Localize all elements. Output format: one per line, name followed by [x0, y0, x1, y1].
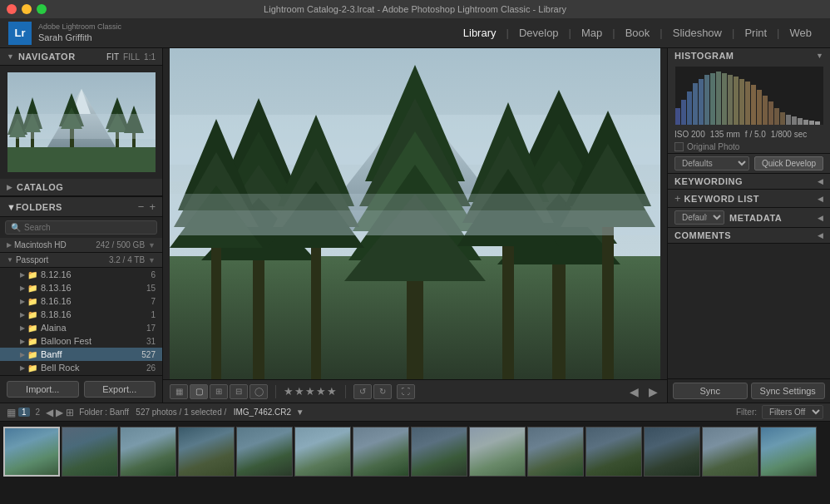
folders-plus-btn[interactable]: + — [149, 200, 156, 213]
histogram-canvas — [675, 67, 823, 125]
prev-page-btn[interactable]: ◀ — [46, 407, 53, 418]
drive-macintosh[interactable]: ▶ Macintosh HD 242 / 500 GB ▼ — [0, 238, 162, 253]
view-icons[interactable]: ⊞ — [66, 407, 74, 418]
folder-item[interactable]: ▶ 📁 8.13.16 15 — [0, 281, 162, 294]
keywording-panel[interactable]: Keywording ◀ — [668, 174, 830, 190]
folder-item[interactable]: ▶ 📁 8.18.16 1 — [0, 308, 162, 321]
nav-library[interactable]: Library — [453, 23, 506, 42]
folders-header[interactable]: ▼ Folders − + — [0, 196, 162, 217]
folder-icon: 📁 — [27, 337, 37, 346]
drive-macintosh-name: Macintosh HD — [14, 240, 96, 250]
rotate-right-btn[interactable]: ↻ — [373, 384, 392, 399]
nav-slideshow[interactable]: Slideshow — [663, 23, 732, 42]
filmstrip-thumb[interactable] — [702, 427, 758, 477]
folders-title: Folders — [16, 202, 138, 212]
filmstrip-thumb[interactable] — [178, 427, 235, 477]
filmstrip-thumb[interactable] — [3, 427, 60, 477]
folder-item[interactable]: ▶ 📁 8.12.16 6 — [0, 268, 162, 281]
histogram-header[interactable]: Histogram ▼ — [668, 48, 830, 63]
filmstrip-thumb[interactable] — [411, 427, 467, 477]
filmstrip-thumb[interactable] — [469, 427, 526, 477]
status-bar: ▦ 1 2 ◀ ▶ ⊞ Folder : Banff 527 photos / … — [0, 403, 830, 421]
sync-button[interactable]: Sync — [673, 383, 748, 399]
loupe-view-btn[interactable]: ▢ — [190, 384, 208, 399]
filmstrip-thumb[interactable] — [644, 427, 700, 477]
people-view-btn[interactable]: ◯ — [249, 384, 268, 399]
fit-option-fill[interactable]: FILL — [123, 52, 140, 62]
filmstrip-thumb[interactable] — [120, 427, 176, 477]
filmstrip-thumb[interactable] — [527, 427, 584, 477]
compare-view-btn[interactable]: ⊞ — [210, 384, 228, 399]
histogram-collapse-icon: ▼ — [816, 52, 823, 60]
nav-map[interactable]: Map — [571, 23, 612, 42]
svg-rect-77 — [780, 112, 785, 125]
view-mode-group: ▦ ▢ ⊞ ⊟ ◯ — [170, 384, 268, 399]
page-2[interactable]: 2 — [32, 408, 44, 417]
filmstrip-thumb[interactable] — [585, 427, 642, 477]
catalog-header[interactable]: ▶ Catalog — [0, 179, 162, 196]
folders-collapse-icon: ▼ — [7, 202, 16, 212]
svg-rect-82 — [809, 121, 814, 125]
fit-option-1to1[interactable]: 1:1 — [144, 52, 156, 62]
comments-panel[interactable]: Comments ◀ — [668, 228, 830, 244]
navigator-thumbnail[interactable] — [7, 72, 156, 172]
keywording-arrow: ◀ — [818, 177, 823, 185]
keyword-list-panel[interactable]: + Keyword List ◀ — [668, 190, 830, 208]
next-photo-btn[interactable]: ▶ — [646, 385, 660, 398]
crop-btn[interactable]: ⛶ — [397, 384, 415, 399]
nav-develop[interactable]: Develop — [509, 23, 569, 42]
filmstrip-thumb[interactable] — [760, 427, 817, 477]
filmstrip-thumb[interactable] — [236, 427, 293, 477]
user-info: Adobe Lightroom Classic Sarah Griffith — [38, 22, 121, 44]
sync-buttons: Sync Sync Settings — [668, 378, 830, 403]
quick-develop-preset[interactable]: Defaults — [674, 156, 749, 170]
filter-select[interactable]: Filters Off — [762, 405, 823, 419]
left-bottom-buttons: Import... Export... — [0, 375, 162, 403]
metadata-panel[interactable]: Default Metadata ◀ — [668, 208, 830, 228]
folder-item[interactable]: ▶ 📁 Alaina 17 — [0, 321, 162, 334]
folder-item[interactable]: ▶ 📁 Balloon Fest 31 — [0, 334, 162, 348]
sync-settings-button[interactable]: Sync Settings — [751, 383, 826, 399]
top-bar: Lr Adobe Lightroom Classic Sarah Griffit… — [0, 18, 830, 48]
import-button[interactable]: Import... — [7, 381, 79, 398]
survey-view-btn[interactable]: ⊟ — [230, 384, 248, 399]
rotate-left-btn[interactable]: ↺ — [353, 384, 372, 399]
next-page-btn[interactable]: ▶ — [56, 407, 63, 418]
folders-search-input[interactable] — [24, 223, 151, 232]
folder-item[interactable]: ▶ 📁 8.16.16 7 — [0, 294, 162, 308]
drive-passport[interactable]: ▼ Passport 3.2 / 4 TB ▼ — [0, 253, 162, 268]
navigator-collapse-icon: ▼ — [7, 52, 14, 61]
folders-minus-btn[interactable]: − — [138, 200, 145, 213]
grid-view-btn[interactable]: ▦ — [170, 384, 188, 399]
filmstrip-thumb[interactable] — [353, 427, 409, 477]
exif-aperture: f / 5.0 — [745, 130, 766, 139]
folder-icon: 📁 — [27, 324, 37, 333]
close-button[interactable] — [7, 4, 17, 14]
grid-icon[interactable]: ▦ — [7, 407, 16, 418]
prev-photo-btn[interactable]: ◀ — [627, 385, 641, 398]
folder-item[interactable]: ▶ 📁 Bell Rock 26 — [0, 361, 162, 374]
nav-web[interactable]: Web — [780, 23, 823, 42]
svg-rect-58 — [170, 210, 660, 235]
nav-print[interactable]: Print — [734, 23, 777, 42]
export-button[interactable]: Export... — [84, 381, 156, 398]
metadata-preset[interactable]: Default — [674, 210, 724, 225]
original-photo-label: Original Photo — [687, 142, 739, 151]
quick-develop-button[interactable]: Quick Develop — [754, 156, 823, 170]
folder-banff[interactable]: ▶ 📁 Banff 527 — [0, 348, 162, 361]
maximize-button[interactable] — [37, 4, 47, 14]
filmstrip-thumb[interactable] — [294, 427, 351, 477]
navigator-header[interactable]: ▼ Navigator FIT FILL 1:1 — [0, 48, 162, 66]
svg-rect-65 — [710, 73, 715, 125]
original-photo-checkbox[interactable] — [674, 142, 684, 151]
fit-option-fit[interactable]: FIT — [106, 52, 119, 62]
star-rating[interactable]: ★★★★★ — [284, 385, 338, 398]
catalog-title: Catalog — [17, 182, 156, 192]
nav-book[interactable]: Book — [615, 23, 660, 42]
svg-rect-60 — [681, 100, 686, 125]
filmstrip-thumb[interactable] — [62, 427, 118, 477]
minimize-button[interactable] — [22, 4, 32, 14]
keyword-list-plus[interactable]: + — [674, 192, 681, 205]
page-1[interactable]: 1 — [18, 408, 30, 417]
svg-rect-69 — [734, 77, 739, 125]
